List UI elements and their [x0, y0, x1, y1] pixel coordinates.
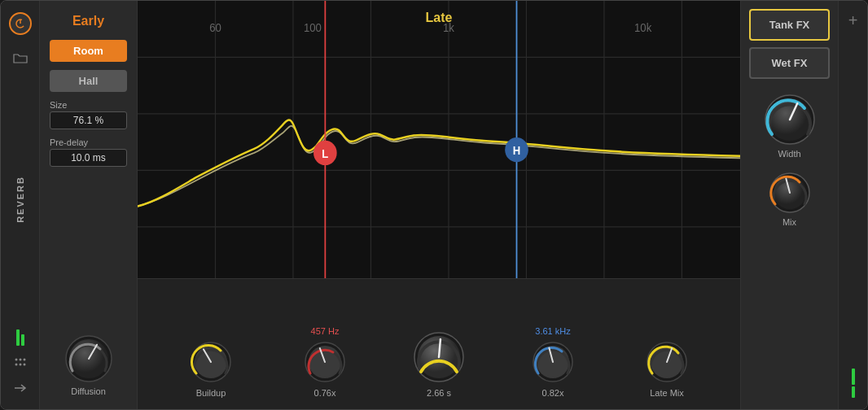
diffusion-label: Diffusion — [71, 386, 106, 396]
svg-point-3 — [19, 359, 21, 361]
early-panel: Early Room Hall Size 76.1 % Pre-delay 10… — [40, 1, 138, 409]
low-eq-label: 0.76x — [314, 388, 336, 398]
eq-display: 60 100 1k 10k L — [138, 1, 740, 278]
vu-meter-right — [852, 369, 855, 398]
svg-point-7 — [23, 364, 25, 366]
decay-knob[interactable] — [413, 331, 465, 383]
hall-button[interactable]: Hall — [50, 70, 127, 92]
buildup-label: Buildup — [196, 388, 226, 398]
sidebar-right: + — [838, 1, 867, 409]
svg-point-6 — [19, 364, 21, 366]
width-section: Width — [749, 94, 830, 159]
decay-group: 2.66 s — [382, 331, 496, 398]
vu-meter-left — [16, 329, 24, 346]
svg-text:H: H — [513, 145, 520, 157]
high-eq-label: 0.82x — [542, 388, 564, 398]
mix-section: Mix — [749, 172, 830, 227]
predelay-label: Pre-delay — [50, 137, 127, 147]
svg-text:100: 100 — [304, 22, 322, 34]
late-mix-label: Late Mix — [650, 388, 684, 398]
svg-text:10k: 10k — [634, 22, 651, 34]
high-eq-knob[interactable] — [532, 341, 574, 383]
predelay-section: Pre-delay 10.0 ms — [50, 137, 127, 167]
mix-knob[interactable] — [769, 172, 811, 214]
size-section: Size 76.1 % — [50, 100, 127, 129]
low-eq-knob[interactable] — [304, 341, 346, 383]
size-label: Size — [50, 100, 127, 110]
width-label: Width — [778, 149, 800, 159]
arrow-button[interactable] — [11, 378, 30, 398]
svg-point-5 — [15, 364, 17, 366]
folder-button[interactable] — [9, 46, 32, 69]
high-freq-display: 3.61 kHz — [535, 326, 570, 336]
late-label: Late — [426, 11, 453, 25]
width-knob[interactable] — [764, 94, 816, 146]
sidebar-left: REVERB — [1, 1, 40, 409]
power-button[interactable] — [9, 12, 32, 35]
predelay-value[interactable]: 10.0 ms — [50, 149, 127, 167]
low-freq-display: 457 Hz — [311, 326, 340, 336]
buildup-knob[interactable] — [190, 341, 232, 383]
dots-button[interactable] — [11, 352, 30, 372]
display-area: Late 60 100 1k — [138, 1, 740, 279]
room-button[interactable]: Room — [50, 40, 127, 62]
size-value[interactable]: 76.1 % — [50, 111, 127, 129]
high-eq-group: 3.61 kHz 0.82x — [496, 326, 610, 398]
right-plus-button[interactable]: + — [848, 12, 858, 28]
buildup-group: Buildup — [154, 341, 268, 398]
plugin-container: REVERB — [0, 0, 868, 410]
mix-label: Mix — [783, 217, 796, 227]
tank-fx-button[interactable]: Tank FX — [749, 9, 830, 41]
wet-fx-button[interactable]: Wet FX — [749, 47, 830, 79]
right-panel: Tank FX Wet FX — [740, 1, 838, 409]
svg-text:60: 60 — [209, 22, 221, 34]
late-mix-group: Late Mix — [610, 341, 724, 398]
sidebar-bottom — [11, 329, 30, 398]
plugin-title: REVERB — [15, 176, 25, 223]
diffusion-section: Diffusion — [50, 334, 127, 396]
decay-label: 2.66 s — [427, 388, 451, 398]
main-area: Late 60 100 1k — [138, 1, 740, 409]
bottom-controls: Buildup 457 Hz 0.76x — [138, 279, 740, 409]
low-eq-group: 457 Hz 0.76x — [268, 326, 382, 398]
svg-point-4 — [23, 359, 25, 361]
late-mix-knob[interactable] — [646, 341, 688, 383]
svg-point-2 — [15, 359, 17, 361]
svg-text:L: L — [322, 148, 328, 160]
diffusion-knob[interactable] — [64, 334, 113, 383]
early-title: Early — [50, 14, 127, 28]
